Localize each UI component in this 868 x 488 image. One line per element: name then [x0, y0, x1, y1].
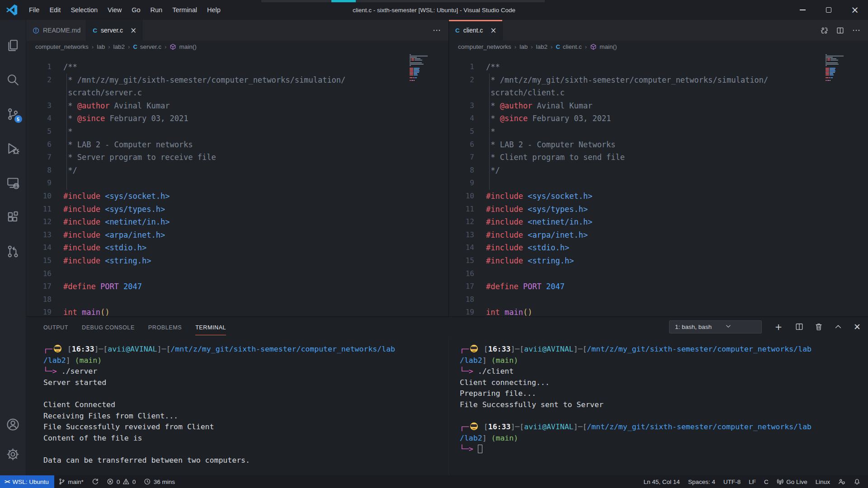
panel-tab-debug-console[interactable]: DEBUG CONSOLE	[82, 319, 135, 335]
panel-tab-output[interactable]: OUTPUT	[43, 319, 68, 335]
editor-group-2: Cclient.c×⋯computer_networks›lab›lab2›Cc…	[448, 20, 868, 316]
status-label: UTF-8	[723, 479, 741, 485]
remote-indicator[interactable]: >< WSL: Ubuntu	[0, 475, 54, 488]
code-text: #include <string.h>	[486, 254, 574, 267]
notifications[interactable]	[849, 475, 865, 488]
breadcrumb-label: lab	[97, 43, 105, 50]
tab-bar: Cclient.c×⋯	[449, 20, 868, 41]
code-line: 6 * LAB 2 - Computer networks	[26, 138, 448, 151]
eol-selector[interactable]: LF	[745, 475, 760, 488]
panel-tab-terminal[interactable]: TERMINAL	[195, 319, 226, 335]
tab-client.c[interactable]: Cclient.c×	[449, 20, 503, 41]
editor-client[interactable]: 1/**2 * /mnt/z/my_git/sixth-semester/com…	[449, 52, 868, 316]
maximize-panel-icon[interactable]	[834, 323, 842, 331]
menu-run[interactable]: Run	[146, 4, 168, 16]
terminal-line	[43, 444, 448, 455]
minimap-line	[410, 61, 438, 62]
code-line: 12#include <netinet/in.h>	[449, 216, 868, 229]
tab-close-icon[interactable]: ×	[130, 26, 137, 35]
menu-file[interactable]: File	[24, 4, 44, 16]
more-actions-icon[interactable]: ⋯	[433, 25, 441, 35]
terminal-line: └─>	[460, 444, 868, 455]
timer-status[interactable]: 36 mins	[140, 475, 179, 488]
breadcrumb: computer_networks›lab›lab2›Cserver.c›mai…	[26, 41, 448, 52]
line-number: 19	[449, 306, 486, 316]
remote-os[interactable]: Linux	[811, 475, 834, 488]
encoding[interactable]: UTF-8	[719, 475, 745, 488]
line-number: 9	[449, 177, 486, 190]
tab-label: server.c	[101, 27, 123, 34]
split-terminal-icon[interactable]	[795, 323, 803, 331]
breadcrumb-label: main()	[179, 43, 196, 50]
go-live[interactable]: Go Live	[773, 475, 811, 488]
activity-explorer[interactable]	[0, 28, 26, 62]
line-number: 9	[26, 177, 63, 190]
breadcrumb-item[interactable]: lab	[519, 43, 528, 50]
breadcrumb-item[interactable]: lab2	[113, 43, 125, 50]
close-button[interactable]: ×	[842, 0, 868, 20]
activity-pull-requests[interactable]	[0, 234, 26, 268]
menu-edit[interactable]: Edit	[44, 4, 66, 16]
account-icon	[6, 418, 19, 431]
status-label: LF	[749, 479, 756, 485]
menu-view[interactable]: View	[103, 4, 127, 16]
cursor-position[interactable]: Ln 45, Col 14	[640, 475, 684, 488]
breadcrumb-item[interactable]: computer_networks	[35, 43, 89, 50]
breadcrumb-item[interactable]: lab2	[536, 43, 548, 50]
menu-terminal[interactable]: Terminal	[167, 4, 202, 16]
status-label: Spaces: 4	[688, 479, 715, 485]
breadcrumb-separator: ›	[551, 43, 552, 50]
problems-status[interactable]: 00	[103, 475, 140, 488]
terminal-pane-client[interactable]: ┌─ [16:33]─[avii@AVINAL]─[/mnt/z/my_git/…	[448, 337, 868, 475]
code-line: 14#include <stdio.h>	[26, 241, 448, 254]
minimap[interactable]	[410, 54, 438, 81]
language-mode[interactable]: C	[760, 475, 773, 488]
code-line: 8 */	[26, 164, 448, 177]
close-panel-icon[interactable]: ✕	[854, 323, 861, 331]
editor-server[interactable]: 1/**2 * /mnt/z/my_git/sixth-semester/com…	[26, 52, 448, 316]
open-changes-icon[interactable]	[821, 27, 828, 34]
activity-source-control[interactable]: 5	[0, 97, 26, 131]
minimap[interactable]	[826, 54, 854, 81]
activity-accounts[interactable]	[0, 409, 26, 439]
activity-bar-bottom	[0, 409, 26, 475]
menu-selection[interactable]: Selection	[66, 4, 103, 16]
new-terminal-icon[interactable]: ＋	[773, 321, 784, 332]
menu-help[interactable]: Help	[202, 4, 226, 16]
panel-tab-problems[interactable]: PROBLEMS	[148, 319, 182, 335]
split-editor-icon[interactable]	[836, 27, 844, 34]
minimize-button[interactable]	[789, 0, 816, 20]
activity-search[interactable]	[0, 62, 26, 97]
terminal-picker-dropdown[interactable]: 1: bash, bash	[669, 320, 762, 333]
breadcrumb-item[interactable]: computer_networks	[458, 43, 511, 50]
feedback[interactable]	[834, 475, 849, 488]
tab-close-icon[interactable]: ×	[490, 26, 496, 35]
terminal-line: Client connecting...	[460, 377, 868, 389]
menu-go[interactable]: Go	[127, 4, 145, 16]
activity-remote-explorer[interactable]	[0, 165, 26, 200]
code-line: 10#include <sys/socket.h>	[26, 190, 448, 203]
branch-status[interactable]: main*	[54, 475, 88, 488]
panel-tabs: OUTPUTDEBUG CONSOLEPROBLEMSTERMINAL	[43, 319, 226, 335]
breadcrumb-item[interactable]: lab	[97, 43, 105, 50]
sync-status[interactable]	[88, 475, 103, 488]
activity-run-and-debug[interactable]	[0, 131, 26, 165]
maximize-button[interactable]	[816, 0, 842, 20]
tab-README.md[interactable]: README.md	[26, 20, 86, 41]
breadcrumb-label: main()	[599, 43, 617, 50]
more-actions-icon[interactable]: ⋯	[852, 25, 861, 35]
breadcrumb-item[interactable]: Cclient.c	[556, 43, 581, 50]
activity-settings[interactable]	[0, 439, 26, 469]
terminal-pane-server[interactable]: ┌─ [16:33]─[avii@AVINAL]─[/mnt/z/my_git/…	[26, 337, 448, 475]
kill-terminal-icon[interactable]	[815, 323, 823, 331]
minimap-line	[826, 62, 854, 63]
breadcrumb-item[interactable]: main()	[170, 43, 196, 50]
line-number: 15	[449, 254, 486, 267]
activity-extensions[interactable]	[0, 200, 26, 234]
tab-server.c[interactable]: Cserver.c×	[86, 20, 142, 41]
indentation[interactable]: Spaces: 4	[684, 475, 719, 488]
line-number: 8	[26, 164, 63, 177]
breadcrumb-item[interactable]: main()	[590, 43, 617, 50]
breadcrumb-item[interactable]: Cserver.c	[133, 43, 161, 50]
line-number: 5	[449, 125, 486, 138]
